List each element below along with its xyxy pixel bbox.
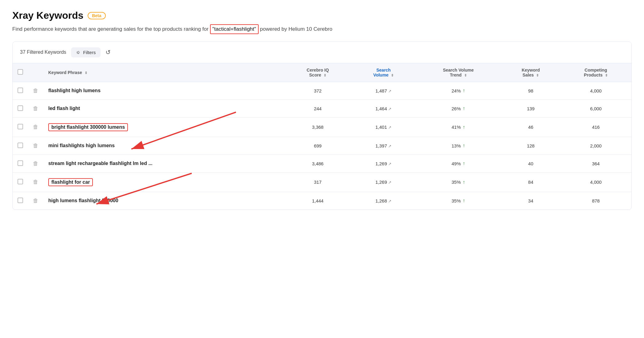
competing-products-cell: 4,000 xyxy=(560,82,631,100)
row-checkbox[interactable] xyxy=(18,105,23,111)
sv-sort-icon: ⇕ xyxy=(391,73,394,77)
trend-percent: 49% xyxy=(451,161,461,166)
keyword-phrase-label: Keyword Phrase xyxy=(48,70,82,75)
competing-products-cell: 2,000 xyxy=(560,137,631,155)
delete-icon[interactable]: 🗑 xyxy=(33,88,38,94)
sv-trend-cell: 49%↑ xyxy=(415,155,501,172)
keyword-phrase-cell: high lumens flashlight 200000 xyxy=(43,192,284,210)
trend-value-container: 35%↑ xyxy=(420,179,496,185)
filtered-count-label: 37 Filtered Keywords xyxy=(20,49,66,55)
keyword-sales-header[interactable]: KeywordSales ⇕ xyxy=(501,63,560,82)
select-all-checkbox[interactable] xyxy=(18,69,23,75)
search-volume-cell: 1,269 ↗ xyxy=(352,155,415,172)
search-volume-cell: 1,268 ↗ xyxy=(352,192,415,210)
trend-up-icon: ↑ xyxy=(463,124,465,130)
table-row: 🗑stream light rechargeable flashlight lm… xyxy=(13,155,631,172)
table-row: 🗑flashlight for car3171,269 ↗35%↑844,000 xyxy=(13,172,631,192)
cerebro-iq-cell: 1,444 xyxy=(284,192,352,210)
row-checkbox[interactable] xyxy=(18,143,23,148)
row-checkbox-cell xyxy=(13,155,28,172)
row-checkbox[interactable] xyxy=(18,124,23,129)
sv-trend-cell: 26%↑ xyxy=(415,100,501,117)
trend-value-container: 13%↑ xyxy=(420,143,496,148)
row-checkbox-cell xyxy=(13,82,28,100)
trend-value-container: 24%↑ xyxy=(420,88,496,93)
trend-up-icon: ↑ xyxy=(463,88,465,93)
table-header: Keyword Phrase ⇕ Cerebro IQScore ⇕ Searc… xyxy=(13,63,631,82)
delete-icon[interactable]: 🗑 xyxy=(33,198,38,204)
select-all-header[interactable] xyxy=(13,63,28,82)
competing-products-header[interactable]: CompetingProducts ⇕ xyxy=(560,63,631,82)
search-volume-cell: 1,269 ↗ xyxy=(352,172,415,192)
search-volume-label: SearchVolume xyxy=(373,68,391,77)
chart-mini-icon: ↗ xyxy=(388,107,392,111)
competing-products-cell: 878 xyxy=(560,192,631,210)
table-row: 🗑flashlight high lumens3721,487 ↗24%↑984… xyxy=(13,82,631,100)
table-body: 🗑flashlight high lumens3721,487 ↗24%↑984… xyxy=(13,82,631,210)
row-delete-cell: 🗑 xyxy=(28,100,43,117)
row-delete-cell: 🗑 xyxy=(28,117,43,137)
cerebro-iq-cell: 317 xyxy=(284,172,352,192)
search-volume-cell: 1,464 ↗ xyxy=(352,100,415,117)
subtitle-suffix: powered by Helium 10 Cerebro xyxy=(260,26,332,32)
row-checkbox[interactable] xyxy=(18,88,23,93)
delete-icon[interactable]: 🗑 xyxy=(33,179,38,185)
cerebro-iq-cell: 3,368 xyxy=(284,117,352,137)
cerebro-iq-header[interactable]: Cerebro IQScore ⇕ xyxy=(284,63,352,82)
row-delete-cell: 🗑 xyxy=(28,137,43,155)
keyword-sales-cell: 34 xyxy=(501,192,560,210)
row-delete-cell: 🗑 xyxy=(28,192,43,210)
filters-button[interactable]: ⛭ Filters xyxy=(71,47,101,57)
delete-icon[interactable]: 🗑 xyxy=(33,105,38,112)
competing-products-cell: 364 xyxy=(560,155,631,172)
search-keyword-highlight: "tactical+flashlight" xyxy=(210,24,259,34)
delete-icon[interactable]: 🗑 xyxy=(33,160,38,167)
sv-trend-label: Search VolumeTrend xyxy=(443,68,474,77)
filter-icon: ⛭ xyxy=(76,50,81,55)
trend-percent: 13% xyxy=(451,143,461,148)
cerebro-sort-icon: ⇕ xyxy=(324,73,326,77)
page-title: Xray Keywords xyxy=(12,10,83,21)
sv-trend-header[interactable]: Search VolumeTrend ⇕ xyxy=(415,63,501,82)
keyword-phrase-header[interactable]: Keyword Phrase ⇕ xyxy=(43,63,284,82)
keyword-sales-cell: 84 xyxy=(501,172,560,192)
table-container: Keyword Phrase ⇕ Cerebro IQScore ⇕ Searc… xyxy=(13,63,631,210)
search-volume-cell: 1,397 ↗ xyxy=(352,137,415,155)
chart-mini-icon: ↗ xyxy=(388,180,392,185)
trend-up-icon: ↑ xyxy=(463,161,465,166)
keyword-sales-cell: 40 xyxy=(501,155,560,172)
row-checkbox[interactable] xyxy=(18,179,23,184)
search-volume-header[interactable]: SearchVolume ⇕ xyxy=(352,63,415,82)
keyword-phrase-cell: mini flashlights high lumens xyxy=(43,137,284,155)
trend-up-icon: ↑ xyxy=(463,143,465,148)
cerebro-iq-cell: 244 xyxy=(284,100,352,117)
keyword-phrase-cell: flashlight high lumens xyxy=(43,82,284,100)
svt-sort-icon: ⇕ xyxy=(464,73,467,77)
chart-mini-icon: ↗ xyxy=(388,125,392,130)
refresh-icon: ↺ xyxy=(105,49,111,56)
header-section: Xray Keywords Beta Find performance keyw… xyxy=(12,10,632,34)
row-checkbox[interactable] xyxy=(18,160,23,166)
delete-col-header xyxy=(28,63,43,82)
refresh-button[interactable]: ↺ xyxy=(105,49,111,56)
row-checkbox-cell xyxy=(13,137,28,155)
row-checkbox[interactable] xyxy=(18,198,23,203)
row-delete-cell: 🗑 xyxy=(28,172,43,192)
trend-percent: 41% xyxy=(451,124,461,130)
chart-mini-icon: ↗ xyxy=(388,144,392,148)
trend-up-icon: ↑ xyxy=(463,198,465,203)
delete-icon[interactable]: 🗑 xyxy=(33,124,38,130)
sv-trend-cell: 13%↑ xyxy=(415,137,501,155)
competing-products-label: CompetingProducts xyxy=(584,68,607,77)
trend-percent: 35% xyxy=(451,198,461,203)
keyword-sales-cell: 46 xyxy=(501,117,560,137)
keyword-phrase-cell: flashlight for car xyxy=(43,172,284,192)
table-row: 🗑led flash light2441,464 ↗26%↑1396,000 xyxy=(13,100,631,117)
table-row: 🗑mini flashlights high lumens6991,397 ↗1… xyxy=(13,137,631,155)
sv-trend-cell: 35%↑ xyxy=(415,172,501,192)
delete-icon[interactable]: 🗑 xyxy=(33,143,38,149)
keywords-table: Keyword Phrase ⇕ Cerebro IQScore ⇕ Searc… xyxy=(13,63,631,210)
search-volume-cell: 1,487 ↗ xyxy=(352,82,415,100)
trend-value-container: 49%↑ xyxy=(420,161,496,166)
row-checkbox-cell xyxy=(13,100,28,117)
